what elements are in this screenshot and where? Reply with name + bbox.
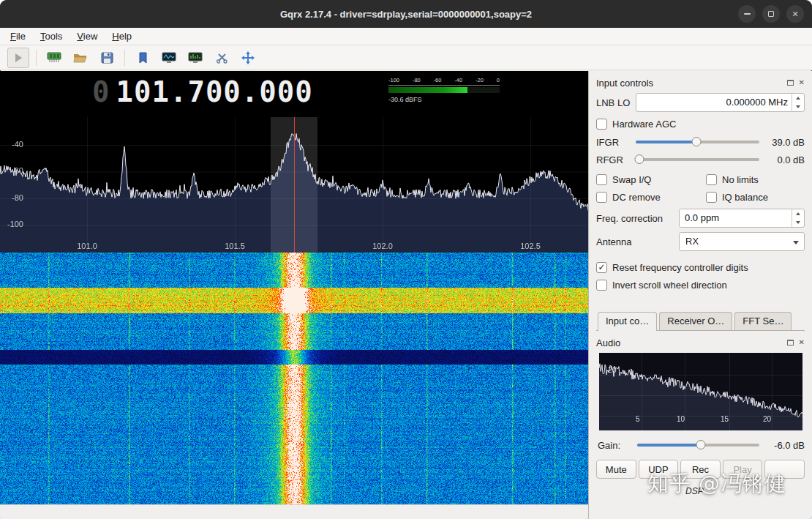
- menu-bar: File Tools View Help: [0, 28, 812, 45]
- dock-close-icon[interactable]: ✕: [799, 339, 805, 346]
- invert-scroll-checkbox[interactable]: [596, 280, 607, 291]
- dx-tools-icon: [216, 52, 228, 64]
- menu-tools[interactable]: Tools: [33, 29, 69, 43]
- input-controls-title: Input controls: [596, 78, 787, 89]
- mute-button[interactable]: Mute: [596, 460, 636, 479]
- freq-correction-spinbox[interactable]: 0.0 ppm: [679, 209, 805, 228]
- waterfall-plot: [0, 253, 588, 504]
- audio-fft-canvas[interactable]: [599, 353, 802, 430]
- gqrx-window: Gqrx 2.17.4 - driver=sdrplay,serial=0000…: [0, 0, 812, 519]
- tab-fft-settings[interactable]: FFT Se…: [734, 312, 792, 330]
- dock-float-icon[interactable]: [787, 340, 794, 346]
- rfgr-value: 0.0 dB: [765, 154, 805, 165]
- gain-label: Gain:: [598, 440, 631, 451]
- start-dsp-button[interactable]: [7, 48, 29, 68]
- dock-close-icon[interactable]: ✕: [799, 79, 805, 86]
- smeter-scale: [388, 83, 500, 86]
- no-limits-checkbox[interactable]: [706, 174, 717, 185]
- ifgr-slider[interactable]: [636, 135, 759, 149]
- frequency-dim-digit[interactable]: 0: [92, 75, 110, 108]
- spectrum-freq-tick: 101.5: [225, 242, 245, 250]
- window-title: Gqrx 2.17.4 - driver=sdrplay,serial=0000…: [0, 9, 812, 20]
- dock-float-icon[interactable]: [787, 80, 794, 86]
- reset-digits-label: Reset frequency controller digits: [612, 262, 748, 273]
- rec-button[interactable]: Rec: [680, 460, 721, 479]
- freq-correction-spin-buttons[interactable]: [792, 209, 804, 227]
- iq-recorder-button[interactable]: [184, 48, 206, 68]
- spectrum-plot: -40 -60 -80 -100 101.0 101.5 102.0 102.5: [0, 117, 588, 253]
- audio-title: Audio: [596, 337, 787, 348]
- iq-recorder-icon: [188, 52, 203, 64]
- antenna-combobox[interactable]: RX: [679, 232, 805, 251]
- load-settings-button[interactable]: [69, 48, 91, 68]
- tab-receiver-options[interactable]: Receiver O…: [659, 312, 732, 330]
- minimize-button[interactable]: [738, 5, 756, 23]
- rfgr-label: RFGR: [596, 154, 630, 165]
- spectrum-db-tick: -40: [1, 140, 23, 149]
- audio-fft-x-tick: 15: [721, 415, 729, 423]
- waterfall-canvas[interactable]: [0, 253, 588, 504]
- dx-tools-button[interactable]: [211, 48, 233, 68]
- iq-balance-label: IQ balance: [722, 192, 768, 203]
- center-tune-button[interactable]: [237, 48, 259, 68]
- close-button[interactable]: ✕: [786, 5, 804, 23]
- title-bar[interactable]: Gqrx 2.17.4 - driver=sdrplay,serial=0000…: [0, 0, 812, 28]
- rfgr-slider-handle[interactable]: [635, 154, 644, 164]
- save-settings-icon: [101, 52, 113, 64]
- spectrum-freq-tick: 101.0: [77, 242, 97, 250]
- lnb-lo-label: LNB LO: [596, 97, 630, 108]
- gain-slider-handle[interactable]: [696, 440, 705, 449]
- center-tune-icon: [241, 51, 255, 64]
- smeter-fill: [388, 87, 467, 93]
- dc-remove-label: DC remove: [612, 192, 661, 203]
- lnb-lo-spin-buttons[interactable]: [792, 94, 804, 111]
- spin-down-icon[interactable]: [792, 102, 804, 111]
- extra-button[interactable]: [764, 460, 805, 479]
- maximize-icon: [768, 11, 774, 17]
- smeter-bar: [388, 87, 500, 93]
- menu-help[interactable]: Help: [105, 29, 139, 43]
- reset-digits-checkbox[interactable]: [596, 262, 607, 273]
- swap-iq-checkbox[interactable]: [596, 174, 607, 185]
- minimize-icon: [744, 13, 751, 15]
- bookmarks-button[interactable]: [132, 48, 154, 68]
- toolbar-separator: [124, 50, 125, 66]
- antenna-label: Antenna: [596, 236, 679, 247]
- lnb-lo-spinbox[interactable]: 0.000000 MHz: [636, 93, 805, 112]
- udp-button[interactable]: UDP: [639, 460, 679, 479]
- gain-slider[interactable]: [637, 438, 759, 452]
- signal-meter: -100 -80 -60 -40 -20 0 -30.6 dBFS: [388, 78, 500, 103]
- audio-fft-x-tick: 20: [763, 415, 771, 423]
- hardware-agc-checkbox[interactable]: [596, 119, 607, 130]
- save-settings-button[interactable]: [96, 48, 118, 68]
- configure-io-button[interactable]: [43, 48, 65, 68]
- play-button[interactable]: Play: [723, 460, 763, 479]
- spectrum-display-button[interactable]: [158, 48, 180, 68]
- bottom-strip: [0, 504, 588, 519]
- dc-remove-checkbox[interactable]: [596, 192, 607, 203]
- spin-up-icon[interactable]: [792, 209, 804, 218]
- iq-balance-checkbox[interactable]: [706, 192, 717, 203]
- close-icon: ✕: [792, 10, 798, 19]
- frequency-value[interactable]: 101.700.000: [116, 75, 312, 108]
- menu-view[interactable]: View: [69, 29, 105, 43]
- ifgr-slider-handle[interactable]: [691, 137, 701, 146]
- frequency-display[interactable]: 0101.700.000 -100 -80 -60 -40 -20 0 -30.…: [0, 71, 588, 117]
- swap-iq-label: Swap I/Q: [612, 174, 651, 185]
- smeter-readout: -30.6 dBFS: [388, 96, 500, 103]
- maximize-button[interactable]: [762, 5, 780, 23]
- smeter-tick: -60: [434, 78, 442, 83]
- rfgr-slider[interactable]: [636, 152, 759, 167]
- freq-correction-label: Freq. correction: [596, 213, 679, 224]
- spectrum-db-tick: -60: [1, 166, 23, 175]
- tool-bar: [0, 45, 812, 70]
- plotter-area: 0101.700.000 -100 -80 -60 -40 -20 0 -30.…: [0, 71, 588, 519]
- no-limits-label: No limits: [722, 174, 759, 185]
- audio-button-row: Mute UDP Rec Play: [596, 460, 805, 479]
- spin-down-icon[interactable]: [792, 218, 804, 227]
- tab-input-controls[interactable]: Input co…: [598, 312, 657, 331]
- spectrum-canvas[interactable]: [0, 117, 588, 253]
- spin-up-icon[interactable]: [792, 94, 804, 102]
- spectrum-db-tick: -80: [1, 193, 23, 202]
- menu-file[interactable]: File: [3, 29, 33, 43]
